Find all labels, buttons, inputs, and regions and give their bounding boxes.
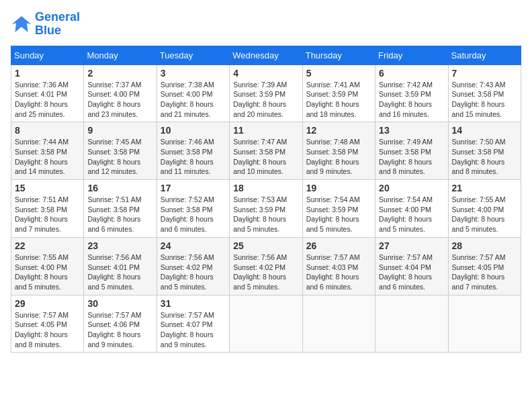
day-number: 19: [306, 183, 371, 193]
calendar-cell: 14Sunrise: 7:50 AMSunset: 3:58 PMDayligh…: [448, 122, 521, 180]
calendar-cell: 23Sunrise: 7:56 AMSunset: 4:01 PMDayligh…: [84, 237, 157, 295]
day-number: 30: [87, 298, 152, 309]
calendar-cell: [302, 295, 375, 353]
logo-icon: [11, 13, 32, 35]
day-number: 3: [161, 68, 226, 79]
day-info: Sunrise: 7:36 AMSunset: 4:01 PMDaylight:…: [15, 80, 80, 120]
calendar-cell: 3Sunrise: 7:38 AMSunset: 4:00 PMDaylight…: [157, 64, 229, 122]
calendar-week: 22Sunrise: 7:55 AMSunset: 4:00 PMDayligh…: [11, 237, 521, 295]
day-info: Sunrise: 7:48 AMSunset: 3:58 PMDaylight:…: [306, 137, 371, 177]
page-header: General Blue: [11, 11, 521, 38]
day-number: 23: [87, 240, 152, 251]
day-info: Sunrise: 7:56 AMSunset: 4:02 PMDaylight:…: [233, 253, 298, 292]
calendar-cell: 2Sunrise: 7:37 AMSunset: 4:00 PMDaylight…: [84, 64, 157, 122]
day-info: Sunrise: 7:56 AMSunset: 4:02 PMDaylight:…: [161, 253, 226, 292]
day-number: 5: [306, 68, 371, 79]
calendar-cell: 20Sunrise: 7:54 AMSunset: 4:00 PMDayligh…: [375, 180, 448, 238]
calendar-cell: 1Sunrise: 7:36 AMSunset: 4:01 PMDaylight…: [11, 64, 84, 122]
day-number: 13: [379, 125, 444, 136]
calendar-cell: 6Sunrise: 7:42 AMSunset: 3:59 PMDaylight…: [375, 64, 448, 122]
day-info: Sunrise: 7:54 AMSunset: 3:59 PMDaylight:…: [306, 195, 371, 234]
day-info: Sunrise: 7:52 AMSunset: 3:58 PMDaylight:…: [161, 195, 226, 234]
day-number: 22: [15, 240, 80, 251]
calendar-cell: 5Sunrise: 7:41 AMSunset: 3:59 PMDaylight…: [302, 64, 375, 122]
day-info: Sunrise: 7:45 AMSunset: 3:58 PMDaylight:…: [87, 137, 152, 177]
day-info: Sunrise: 7:42 AMSunset: 3:59 PMDaylight:…: [379, 80, 444, 120]
day-number: 11: [233, 125, 298, 136]
calendar-cell: 12Sunrise: 7:48 AMSunset: 3:58 PMDayligh…: [302, 122, 375, 180]
calendar-cell: 31Sunrise: 7:57 AMSunset: 4:07 PMDayligh…: [157, 295, 229, 353]
day-number: 14: [452, 125, 517, 136]
day-number: 15: [15, 183, 80, 193]
calendar-cell: 17Sunrise: 7:52 AMSunset: 3:58 PMDayligh…: [157, 180, 229, 238]
day-number: 27: [379, 240, 444, 251]
calendar-week: 29Sunrise: 7:57 AMSunset: 4:05 PMDayligh…: [11, 295, 521, 353]
day-info: Sunrise: 7:47 AMSunset: 3:58 PMDaylight:…: [233, 137, 298, 177]
day-info: Sunrise: 7:51 AMSunset: 3:58 PMDaylight:…: [87, 195, 152, 234]
calendar-cell: 19Sunrise: 7:54 AMSunset: 3:59 PMDayligh…: [302, 180, 375, 238]
day-info: Sunrise: 7:57 AMSunset: 4:06 PMDaylight:…: [87, 310, 152, 350]
calendar-cell: 13Sunrise: 7:49 AMSunset: 3:58 PMDayligh…: [375, 122, 448, 180]
calendar-cell: [230, 295, 302, 353]
calendar-cell: 4Sunrise: 7:39 AMSunset: 3:59 PMDaylight…: [230, 64, 302, 122]
day-number: 2: [87, 68, 152, 79]
day-number: 20: [379, 183, 444, 193]
calendar-cell: [375, 295, 448, 353]
day-number: 9: [87, 125, 152, 136]
calendar-cell: [448, 295, 521, 353]
day-info: Sunrise: 7:38 AMSunset: 4:00 PMDaylight:…: [161, 80, 226, 120]
weekday-header: Wednesday: [230, 46, 302, 64]
day-info: Sunrise: 7:56 AMSunset: 4:01 PMDaylight:…: [87, 253, 152, 292]
calendar-cell: 16Sunrise: 7:51 AMSunset: 3:58 PMDayligh…: [84, 180, 157, 238]
day-info: Sunrise: 7:49 AMSunset: 3:58 PMDaylight:…: [379, 137, 444, 177]
day-info: Sunrise: 7:43 AMSunset: 3:58 PMDaylight:…: [452, 80, 517, 120]
logo-text: General Blue: [35, 11, 80, 38]
day-info: Sunrise: 7:41 AMSunset: 3:59 PMDaylight:…: [306, 80, 371, 120]
weekday-header: Monday: [84, 46, 157, 64]
weekday-header: Friday: [375, 46, 448, 64]
calendar-cell: 7Sunrise: 7:43 AMSunset: 3:58 PMDaylight…: [448, 64, 521, 122]
day-info: Sunrise: 7:57 AMSunset: 4:05 PMDaylight:…: [15, 310, 80, 350]
day-info: Sunrise: 7:53 AMSunset: 3:59 PMDaylight:…: [233, 195, 298, 234]
day-info: Sunrise: 7:39 AMSunset: 3:59 PMDaylight:…: [233, 80, 298, 120]
day-number: 7: [452, 68, 517, 79]
day-number: 24: [161, 240, 226, 251]
calendar-week: 8Sunrise: 7:44 AMSunset: 3:58 PMDaylight…: [11, 122, 521, 180]
day-number: 1: [15, 68, 80, 79]
svg-marker-0: [12, 16, 32, 32]
calendar-cell: 25Sunrise: 7:56 AMSunset: 4:02 PMDayligh…: [230, 237, 302, 295]
weekday-header: Tuesday: [157, 46, 229, 64]
calendar-cell: 30Sunrise: 7:57 AMSunset: 4:06 PMDayligh…: [84, 295, 157, 353]
calendar-cell: 18Sunrise: 7:53 AMSunset: 3:59 PMDayligh…: [230, 180, 302, 238]
calendar-cell: 26Sunrise: 7:57 AMSunset: 4:03 PMDayligh…: [302, 237, 375, 295]
day-info: Sunrise: 7:55 AMSunset: 4:00 PMDaylight:…: [15, 253, 80, 292]
day-info: Sunrise: 7:57 AMSunset: 4:03 PMDaylight:…: [306, 253, 371, 292]
calendar-cell: 27Sunrise: 7:57 AMSunset: 4:04 PMDayligh…: [375, 237, 448, 295]
calendar-cell: 29Sunrise: 7:57 AMSunset: 4:05 PMDayligh…: [11, 295, 84, 353]
logo: General Blue: [11, 11, 80, 38]
day-number: 31: [161, 298, 226, 309]
day-number: 4: [233, 68, 298, 79]
day-number: 28: [452, 240, 517, 251]
day-number: 29: [15, 298, 80, 309]
calendar-cell: 10Sunrise: 7:46 AMSunset: 3:58 PMDayligh…: [157, 122, 229, 180]
weekday-header: Thursday: [302, 46, 375, 64]
calendar-cell: 15Sunrise: 7:51 AMSunset: 3:58 PMDayligh…: [11, 180, 84, 238]
calendar-week: 15Sunrise: 7:51 AMSunset: 3:58 PMDayligh…: [11, 180, 521, 238]
day-info: Sunrise: 7:57 AMSunset: 4:04 PMDaylight:…: [379, 253, 444, 292]
calendar-week: 1Sunrise: 7:36 AMSunset: 4:01 PMDaylight…: [11, 64, 521, 122]
calendar-table: SundayMondayTuesdayWednesdayThursdayFrid…: [11, 46, 521, 353]
day-number: 17: [161, 183, 226, 193]
weekday-header: Sunday: [11, 46, 84, 64]
day-info: Sunrise: 7:46 AMSunset: 3:58 PMDaylight:…: [161, 137, 226, 177]
day-number: 10: [161, 125, 226, 136]
calendar-cell: 8Sunrise: 7:44 AMSunset: 3:58 PMDaylight…: [11, 122, 84, 180]
day-number: 16: [87, 183, 152, 193]
day-number: 25: [233, 240, 298, 251]
calendar-cell: 9Sunrise: 7:45 AMSunset: 3:58 PMDaylight…: [84, 122, 157, 180]
day-info: Sunrise: 7:51 AMSunset: 3:58 PMDaylight:…: [15, 195, 80, 234]
day-number: 21: [452, 183, 517, 193]
day-info: Sunrise: 7:37 AMSunset: 4:00 PMDaylight:…: [87, 80, 152, 120]
day-number: 12: [306, 125, 371, 136]
calendar-cell: 22Sunrise: 7:55 AMSunset: 4:00 PMDayligh…: [11, 237, 84, 295]
